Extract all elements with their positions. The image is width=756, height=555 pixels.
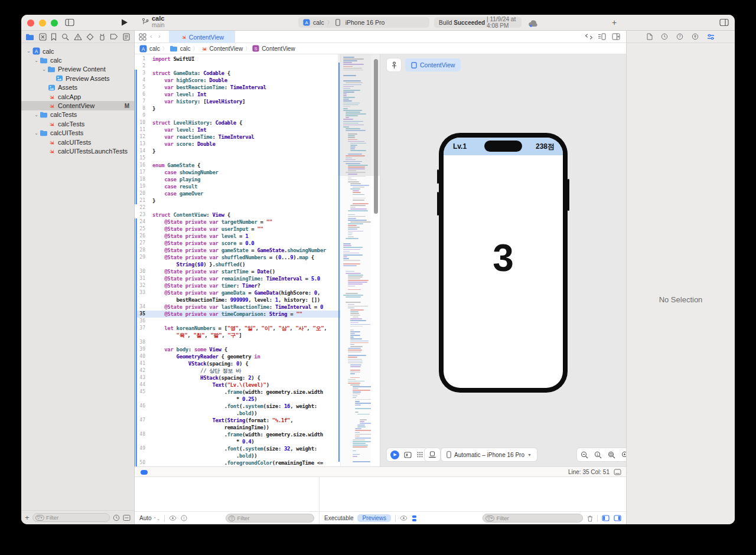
info-icon[interactable]: i <box>181 515 187 521</box>
selectable-preview-button[interactable] <box>404 452 412 458</box>
add-editor-icon[interactable] <box>612 33 620 40</box>
tree-item-calctests[interactable]: ⌄calcTests <box>21 110 134 119</box>
tree-item-assets[interactable]: Assets <box>21 83 134 92</box>
breakpoint-indicator[interactable] <box>141 470 148 475</box>
run-button[interactable] <box>120 18 128 29</box>
disclosure-chevron-icon[interactable]: ⌄ <box>34 58 39 63</box>
code-row[interactable]: 4 var highScore: Double <box>135 77 340 84</box>
code-row[interactable]: 6 var level: Int <box>135 91 340 98</box>
code-row[interactable]: 2 <box>135 63 340 70</box>
tree-item-calcapp[interactable]: calcApp <box>21 92 134 101</box>
tree-item-calc[interactable]: ⌄calc <box>21 56 134 64</box>
accessibility-inspector-icon[interactable] <box>692 33 699 40</box>
code-row[interactable]: 27 @State private var score = 0.0 <box>135 240 340 247</box>
disclosure-chevron-icon[interactable]: ⌄ <box>34 130 39 136</box>
disclosure-chevron-icon[interactable]: ⌄ <box>34 112 39 117</box>
code-row[interactable]: 7 var history: [LevelHistory] <box>135 98 340 105</box>
source-editor[interactable]: 1import SwiftUI23struct GameData: Codabl… <box>135 54 380 466</box>
code-row[interactable]: 43 HStack(spacing: 2) { <box>135 374 340 381</box>
code-row[interactable]: 29 @State private var shuffledNumbers = … <box>135 254 340 261</box>
zoom-out-icon[interactable] <box>581 451 588 459</box>
jump-bar[interactable]: Acalc〉calc〉ContentView〉SContentView <box>135 43 626 54</box>
code-row[interactable]: 45 .frame(width: geometry.size.width <box>135 389 340 396</box>
tree-item-contentview[interactable]: ContentViewM <box>21 101 134 110</box>
breadcrumb-item[interactable]: Acalc <box>139 45 160 53</box>
code-row[interactable]: .bold)) <box>135 410 340 417</box>
code-row[interactable]: 38 <box>135 339 340 346</box>
scheme-selector[interactable]: A calc 〉 iPhone 16 Pro <box>298 17 429 28</box>
code-area[interactable]: 1import SwiftUI23struct GameData: Codabl… <box>135 56 340 466</box>
disclosure-chevron-icon[interactable]: ⌄ <box>26 48 31 54</box>
code-row[interactable]: 16enum GameState { <box>135 162 340 169</box>
tree-item-calcuitestslaunchtests[interactable]: calcUITestsLaunchTests <box>21 146 134 155</box>
project-navigator-icon[interactable] <box>25 33 34 41</box>
related-items-icon[interactable] <box>139 33 146 41</box>
code-row[interactable]: 14} <box>135 148 340 155</box>
code-row[interactable]: "육", "칠", "팔", "구"] <box>135 332 340 339</box>
code-row[interactable]: 10struct LevelHistory: Codable { <box>135 119 340 126</box>
code-row[interactable]: 48 .frame(width: geometry.size.width <box>135 431 340 438</box>
history-inspector-icon[interactable] <box>661 33 668 40</box>
eye-icon[interactable] <box>169 515 177 521</box>
toggle-left-sidebar-icon[interactable] <box>65 18 74 29</box>
add-button[interactable]: + <box>612 18 617 27</box>
zoom-button[interactable] <box>51 19 58 27</box>
device-settings-button[interactable] <box>428 451 436 458</box>
navigator-filter-input[interactable] <box>46 514 107 521</box>
toggle-console-view-icon[interactable] <box>614 515 621 521</box>
recent-files-icon[interactable] <box>113 514 120 521</box>
toggle-right-sidebar-icon[interactable] <box>719 18 729 29</box>
code-row[interactable]: 17 case showingNumber <box>135 169 340 176</box>
tree-item-calcuitests[interactable]: calcUITests <box>21 138 134 146</box>
iphone-preview[interactable]: Lv.1 238점 3 <box>439 133 568 393</box>
code-row[interactable]: 39 var body: some View { <box>135 346 340 353</box>
code-row[interactable]: 42 // 상단 정보 바 <box>135 367 340 374</box>
back-icon[interactable]: ‹ <box>150 32 152 40</box>
code-row[interactable]: * 0.25) <box>135 396 340 403</box>
console-stack-icon[interactable] <box>412 515 417 522</box>
code-row[interactable]: 41 VStack(spacing: 0) { <box>135 360 340 367</box>
navigator-filter-field[interactable]: ▽˅ <box>32 513 110 522</box>
console-filter-input[interactable] <box>496 515 580 521</box>
code-row[interactable]: remainingTime)) <box>135 424 340 431</box>
editor-options-icon[interactable] <box>598 33 606 40</box>
code-row[interactable]: 18 case playing <box>135 176 340 183</box>
variables-filter-input[interactable] <box>237 515 311 521</box>
code-row[interactable]: 1import SwiftUI <box>135 56 340 63</box>
zoom-actual-size-icon[interactable]: 1 <box>594 451 602 459</box>
breadcrumb-item[interactable]: SContentView <box>252 45 295 52</box>
bookmarks-icon[interactable] <box>51 33 57 41</box>
eye-icon[interactable] <box>400 515 408 521</box>
code-row[interactable]: 15 <box>135 155 340 162</box>
code-row[interactable]: 31 @State private var remainingTime: Tim… <box>135 275 340 282</box>
add-file-button[interactable]: + <box>25 514 30 521</box>
forward-icon[interactable]: › <box>158 32 161 40</box>
code-row[interactable]: 20 case gameOver <box>135 190 340 197</box>
code-row[interactable]: 50 .foregroundColor(remainingTime <= <box>135 459 340 466</box>
variables-scope-menu[interactable]: Auto ⌃⌄ <box>139 515 160 521</box>
tree-item-calc[interactable]: ⌄Acalc <box>21 47 134 56</box>
preview-device-menu[interactable]: Automatic – iPhone 16 Pro ▼ <box>441 448 537 462</box>
live-preview-button[interactable]: ▶ <box>390 450 399 459</box>
code-row[interactable]: 30 @State private var startTime = Date() <box>135 268 340 275</box>
close-button[interactable] <box>27 19 34 27</box>
zoom-fit-icon[interactable] <box>608 451 615 459</box>
code-row[interactable]: 22 <box>135 204 340 211</box>
code-row[interactable]: 25 @State private var userInput = "" <box>135 226 340 233</box>
code-row[interactable]: 26 @State private var level = 1 <box>135 233 340 240</box>
breadcrumb-item[interactable]: calc <box>170 45 191 52</box>
code-row[interactable]: 37 let koreanNumbers = ["영", "일", "이", "… <box>135 325 340 332</box>
tree-item-preview-content[interactable]: ⌄Preview Content <box>21 65 134 74</box>
issues-icon[interactable] <box>74 33 82 41</box>
code-row[interactable]: 47 Text(String(format: "%.1f", <box>135 417 340 424</box>
variants-button[interactable] <box>416 451 423 458</box>
debug-navigator-icon[interactable] <box>99 33 106 41</box>
preview-target-chip[interactable]: ContentView <box>405 58 461 71</box>
breadcrumb-item[interactable]: ContentView <box>200 45 243 52</box>
tab-contentview[interactable]: ContentView <box>169 31 235 43</box>
reports-icon[interactable] <box>123 33 130 41</box>
code-row[interactable]: 35 @State private var timeComparison: St… <box>135 311 340 318</box>
code-row[interactable]: 49 .font(.system(size: 32, weight: <box>135 445 340 452</box>
code-row[interactable]: 46 .font(.system(size: 16, weight: <box>135 403 340 410</box>
code-row[interactable]: 9 <box>135 112 340 119</box>
